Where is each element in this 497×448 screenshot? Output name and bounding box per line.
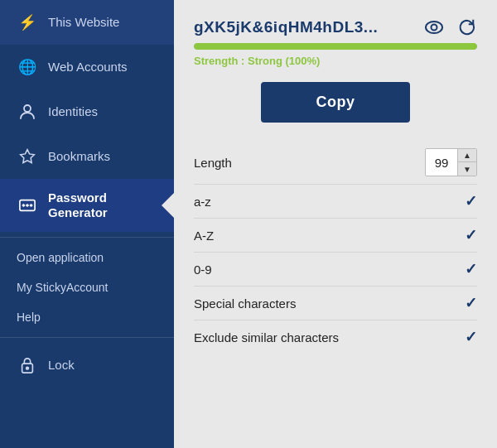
password-text: gXK5jK&6iqHM4hDL3... (194, 18, 413, 36)
active-arrow (162, 192, 175, 219)
eye-icon (424, 20, 444, 35)
option-label-exclude-similar: Exclude similar characters (194, 330, 339, 344)
main-panel: gXK5jK&6iqHM4hDL3... Strength : Strong (… (174, 0, 497, 448)
sidebar-item-this-website[interactable]: ⚡ This Website (0, 0, 174, 45)
option-row-length: Length ▲ ▼ (194, 141, 477, 185)
AZ-checkmark: ✓ (465, 226, 477, 244)
person-icon (17, 101, 38, 123)
sidebar-my-sticky-account[interactable]: My StickyAccount (0, 272, 174, 302)
sidebar-item-web-accounts[interactable]: 🌐 Web Accounts (0, 45, 174, 89)
stepper-down-button[interactable]: ▼ (458, 162, 476, 176)
special-checkmark: ✓ (465, 294, 477, 312)
sidebar-lock-label: Lock (48, 358, 75, 373)
option-row-special: Special characters ✓ (194, 287, 477, 320)
options-container: Length ▲ ▼ a-z ✓ A-Z ✓ (194, 141, 477, 354)
option-label-az: a-z (194, 195, 211, 209)
stepper-up-button[interactable]: ▲ (458, 149, 476, 162)
strength-bar-fill (194, 43, 477, 50)
sidebar-item-label: Identities (48, 104, 98, 119)
az-check-control[interactable]: ✓ (465, 192, 477, 210)
az-checkmark: ✓ (465, 192, 477, 210)
toggle-visibility-button[interactable] (422, 18, 446, 36)
svg-point-12 (432, 25, 437, 31)
copy-button[interactable]: Copy (261, 82, 410, 123)
sidebar-open-application[interactable]: Open application (0, 243, 174, 272)
refresh-button[interactable] (456, 17, 477, 38)
sidebar-item-lock[interactable]: Lock (0, 343, 174, 388)
svg-point-0 (24, 105, 31, 112)
09-checkmark: ✓ (465, 260, 477, 278)
strength-bar-container (194, 43, 477, 50)
sidebar-divider-2 (0, 337, 174, 338)
option-row-az: a-z ✓ (194, 185, 477, 219)
lightning-icon: ⚡ (17, 12, 38, 33)
option-label-09: 0-9 (194, 263, 212, 277)
option-row-exclude-similar: Exclude similar characters ✓ (194, 320, 477, 354)
sidebar: ⚡ This Website 🌐 Web Accounts Identities… (0, 0, 174, 448)
lock-icon (17, 354, 38, 376)
option-label-length: Length (194, 156, 232, 170)
exclude-similar-checkmark: ✓ (465, 328, 477, 346)
strength-label: Strength : Strong (100%) (194, 55, 477, 67)
sidebar-item-label: Bookmarks (48, 149, 110, 164)
svg-point-11 (426, 22, 442, 33)
refresh-icon (457, 18, 475, 36)
globe-icon: 🌐 (17, 56, 38, 78)
length-stepper: ▲ ▼ (425, 148, 477, 176)
sidebar-item-bookmarks[interactable]: Bookmarks (0, 134, 174, 179)
sidebar-item-identities[interactable]: Identities (0, 89, 174, 134)
option-row-09: 0-9 ✓ (194, 253, 477, 287)
svg-marker-1 (21, 150, 35, 163)
sidebar-item-label: PasswordGenerator (48, 190, 108, 220)
sidebar-help[interactable]: Help (0, 302, 174, 332)
strength-prefix: Strength : (194, 55, 248, 67)
09-check-control[interactable]: ✓ (465, 260, 477, 278)
password-gen-icon (17, 195, 38, 216)
sidebar-item-label: This Website (48, 15, 119, 30)
exclude-similar-check-control[interactable]: ✓ (465, 328, 477, 346)
option-row-AZ: A-Z ✓ (194, 219, 477, 253)
sidebar-divider (0, 237, 174, 238)
length-stepper-control: ▲ ▼ (425, 148, 477, 176)
sidebar-item-password-generator[interactable]: PasswordGenerator (0, 179, 174, 232)
option-label-special: Special characters (194, 296, 296, 311)
option-label-AZ: A-Z (194, 229, 214, 243)
stepper-buttons: ▲ ▼ (457, 149, 476, 176)
special-check-control[interactable]: ✓ (465, 294, 477, 312)
strength-value: Strong (100%) (248, 55, 320, 67)
svg-point-10 (27, 367, 29, 369)
AZ-check-control[interactable]: ✓ (465, 226, 477, 244)
star-icon (17, 146, 38, 167)
sidebar-item-label: Web Accounts (48, 60, 128, 75)
length-input[interactable] (426, 154, 457, 171)
password-display-row: gXK5jK&6iqHM4hDL3... (194, 17, 477, 38)
